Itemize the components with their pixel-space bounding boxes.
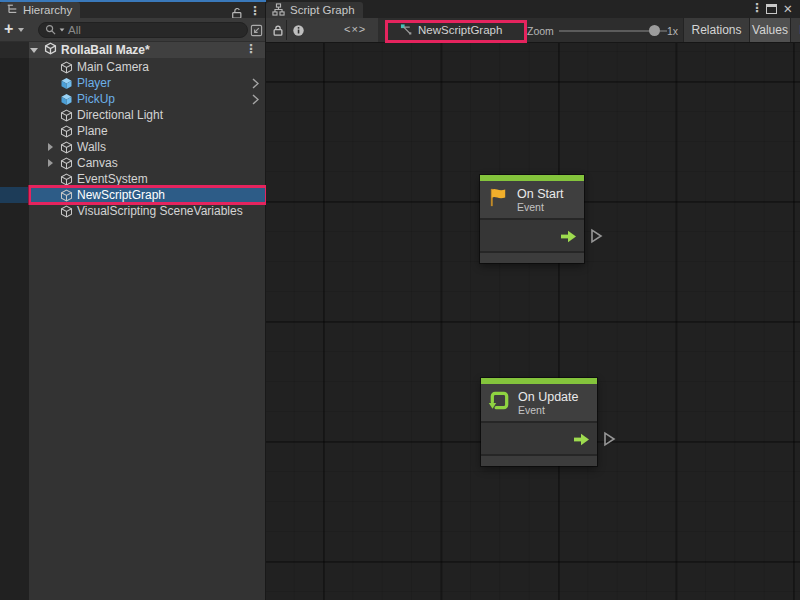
hierarchy-icon: [6, 3, 18, 17]
graph-asset-icon: [400, 23, 413, 38]
output-port-triangle-icon[interactable]: [603, 431, 616, 451]
create-dropdown-caret-icon[interactable]: [18, 28, 24, 32]
create-object-button[interactable]: +: [4, 21, 13, 37]
gameobject-cube-icon: [59, 156, 73, 170]
foldout-icon[interactable]: [45, 143, 55, 151]
hierarchy-tree: RollaBall Maze* ⋮ Main CameraPlayerPickU…: [0, 42, 265, 600]
loop-icon: [488, 389, 511, 416]
info-icon[interactable]: [292, 23, 305, 41]
hierarchy-item-eventsystem[interactable]: EventSystem: [0, 171, 265, 187]
unity-editor: Hierarchy ⋮ + All RollaBall Maze* ⋮ Main…: [0, 0, 800, 600]
search-icon: [45, 21, 56, 39]
node-port-row: [480, 220, 584, 251]
node-title: On Start: [517, 187, 564, 201]
hierarchy-menu-kebab-icon[interactable]: ⋮: [249, 6, 261, 17]
prefab-open-chevron-icon[interactable]: [252, 94, 259, 108]
flow-output-arrow-icon[interactable]: [573, 432, 590, 450]
hierarchy-toolbar: + All: [0, 18, 265, 42]
flag-icon: [487, 186, 510, 213]
node-header: On StartEvent: [480, 181, 584, 218]
script-graph-panel: Script Graph ⋮ ✕ <×> NewScriptGraph Zoom…: [266, 0, 800, 600]
lock-icon[interactable]: [272, 23, 284, 41]
hierarchy-item-walls[interactable]: Walls: [0, 139, 265, 155]
foldout-icon[interactable]: [45, 159, 55, 167]
item-label: Plane: [77, 124, 108, 138]
gameobject-cube-icon: [59, 204, 73, 218]
values-toggle-button[interactable]: Values: [750, 18, 790, 42]
maximize-icon[interactable]: [766, 4, 777, 14]
gameobject-cube-icon: [59, 124, 73, 138]
script-graph-toolbar: <×> NewScriptGraph Zoom 1x Relations Val…: [266, 18, 800, 43]
hierarchy-item-directional-light[interactable]: Directional Light: [0, 107, 265, 123]
tab-hierarchy-label: Hierarchy: [23, 4, 72, 16]
gameobject-cube-icon: [59, 60, 73, 74]
prefab-cube-icon: [59, 92, 73, 106]
node-footer: [481, 456, 597, 466]
hierarchy-search-input[interactable]: All: [38, 22, 248, 38]
node-title: On Update: [518, 390, 578, 404]
relations-toggle-button[interactable]: Relations: [684, 18, 749, 42]
open-search-window-icon[interactable]: [250, 23, 264, 37]
item-label: EventSystem: [77, 172, 148, 186]
node-footer: [480, 253, 584, 263]
flow-output-arrow-icon[interactable]: [560, 229, 577, 247]
node-subtitle: Event: [517, 201, 564, 213]
item-label: Main Camera: [77, 60, 149, 74]
hierarchy-item-plane[interactable]: Plane: [0, 123, 265, 139]
gameobject-cube-icon: [59, 188, 73, 202]
zoom-value: 1x: [667, 25, 678, 37]
scene-foldout-icon[interactable]: [30, 48, 38, 53]
gameobject-cube-icon: [59, 108, 73, 122]
script-graph-icon: [272, 3, 285, 18]
scene-menu-kebab-icon[interactable]: ⋮: [245, 44, 257, 55]
hierarchy-tabstrip: Hierarchy ⋮: [0, 2, 265, 18]
hierarchy-item-newscriptgraph[interactable]: NewScriptGraph: [0, 187, 265, 203]
search-type-caret-icon[interactable]: [60, 28, 65, 31]
scene-name: RollaBall Maze*: [61, 43, 150, 57]
hierarchy-item-canvas[interactable]: Canvas: [0, 155, 265, 171]
node-subtitle: Event: [518, 404, 578, 416]
hierarchy-panel: Hierarchy ⋮ + All RollaBall Maze* ⋮ Main…: [0, 0, 266, 600]
item-label: VisualScripting SceneVariables: [77, 204, 243, 218]
zoom-slider-handle[interactable]: [649, 25, 660, 36]
gameobject-cube-icon: [59, 172, 73, 186]
unity-scene-icon: [44, 41, 57, 59]
node-port-row: [481, 423, 597, 454]
prefab-open-chevron-icon[interactable]: [252, 78, 259, 92]
tab-hierarchy[interactable]: Hierarchy: [0, 2, 80, 18]
close-icon[interactable]: ✕: [783, 2, 793, 16]
hierarchy-item-main-camera[interactable]: Main Camera: [0, 59, 265, 75]
scene-row[interactable]: RollaBall Maze* ⋮: [0, 42, 265, 58]
prefab-cube-icon: [59, 76, 73, 90]
hierarchy-item-pickup[interactable]: PickUp: [0, 91, 265, 107]
item-label: Player: [77, 76, 111, 90]
item-label: NewScriptGraph: [77, 188, 165, 202]
hierarchy-item-player[interactable]: Player: [0, 75, 265, 91]
graph-canvas[interactable]: On StartEventOn UpdateEvent: [266, 43, 800, 600]
breadcrumb-graph-button[interactable]: NewScriptGraph: [390, 20, 512, 40]
tab-script-graph-label: Script Graph: [290, 4, 355, 16]
output-port-triangle-icon[interactable]: [590, 228, 603, 248]
breadcrumb-label: NewScriptGraph: [418, 24, 502, 36]
variables-toggle[interactable]: <×>: [344, 23, 366, 35]
node-on-update[interactable]: On UpdateEvent: [481, 378, 597, 466]
item-label: Directional Light: [77, 108, 163, 122]
toolbar-separator: [286, 20, 287, 40]
node-on-start[interactable]: On StartEvent: [480, 175, 584, 263]
hierarchy-item-visualscripting-scenevariables[interactable]: VisualScripting SceneVariables: [0, 203, 265, 219]
gameobject-cube-icon: [59, 140, 73, 154]
zoom-control: Zoom 1x: [521, 18, 686, 42]
window-menu-kebab-icon[interactable]: ⋮: [751, 3, 763, 14]
item-label: PickUp: [77, 92, 115, 106]
node-header: On UpdateEvent: [481, 384, 597, 421]
item-label: Walls: [77, 140, 106, 154]
dim-toggle-button[interactable]: Dim: [791, 18, 800, 42]
zoom-label: Zoom: [527, 25, 554, 37]
script-graph-tabstrip: Script Graph ⋮ ✕: [266, 0, 800, 18]
tab-script-graph[interactable]: Script Graph: [266, 2, 363, 18]
item-label: Canvas: [77, 156, 118, 170]
search-placeholder: All: [68, 23, 81, 37]
